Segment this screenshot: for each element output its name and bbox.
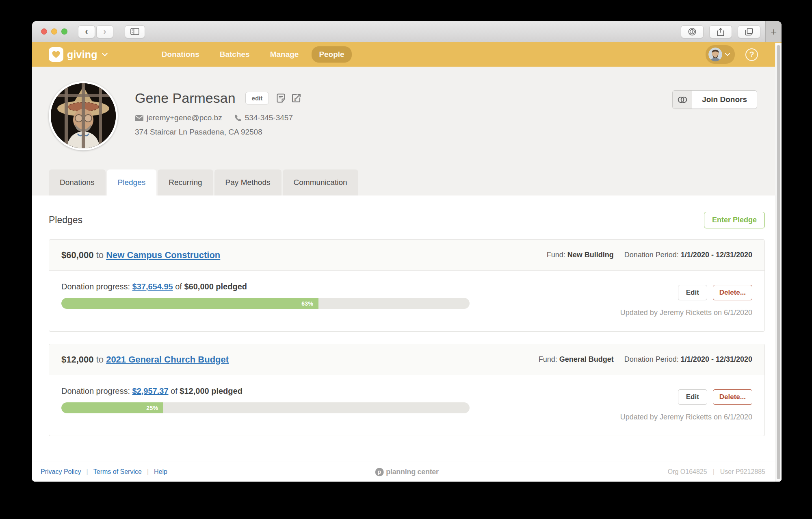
footer-links: Privacy Policy | Terms of Service | Help [41,468,167,476]
history-nav: ‹ › [78,25,113,38]
period-label: Donation Period: [624,251,679,259]
1password-icon [688,28,696,36]
window-controls [41,28,67,35]
svg-text:s: s [294,97,297,102]
close-window-button[interactable] [41,28,47,35]
envelope-icon [135,115,143,121]
profile-info: Gene Parmesan edit s [135,81,672,169]
period-pair: Donation Period: 1/1/2020 - 12/31/2020 [624,251,752,259]
name-row: Gene Parmesan edit s [135,90,672,106]
person-name: Gene Parmesan [135,90,236,106]
delete-pledge-button[interactable]: Delete... [713,389,752,405]
phone-value: 534-345-3457 [245,113,293,122]
tab-pledges[interactable]: Pledges [107,169,157,195]
new-tab-button[interactable]: + [765,21,782,42]
nav-item-people[interactable]: People [312,46,351,63]
brand-block[interactable]: giving [49,47,108,62]
address-line: 374 Staircar Ln Pasadena, CA 92508 [135,128,672,137]
minimize-window-button[interactable] [51,28,57,35]
nav-item-batches[interactable]: Batches [212,46,257,63]
note-icon[interactable] [276,93,286,103]
help-button[interactable]: ? [745,48,758,61]
open-in-services-icon[interactable]: s [292,93,301,103]
email-value[interactable]: jeremy+gene@pco.bz [147,113,222,122]
tab-donations[interactable]: Donations [49,169,106,195]
progress-percent-label: 63% [301,300,318,307]
pledge-summary: $12,000 to 2021 General Church Budget [61,354,229,365]
fund-value: General Budget [559,355,614,363]
profile-photo [49,81,118,150]
profile-section: Gene Parmesan edit s [32,67,782,169]
tab-recurring[interactable]: Recurring [158,169,213,195]
section-title: Pledges [49,215,82,226]
app-header: giving Donations Batches Manage People [32,42,782,67]
progress-bar-track: 25% [61,402,470,413]
pledge-card-header: $60,000 to New Campus Construction Fund:… [49,240,764,271]
scrollbar-track[interactable] [775,43,782,482]
edit-profile-button[interactable]: edit [245,92,269,104]
progress-text: Donation progress: $2,957.37 of $12,000 … [61,387,470,396]
planning-center-brand: p planning center [375,468,439,476]
plus-icon: + [771,26,777,38]
phone-item: 534-345-3457 [234,113,293,122]
pledge-card-body: Donation progress: $2,957.37 of $12,000 … [49,375,764,436]
actions-column: Edit Delete... Updated by Jeremy Rickett… [470,387,752,436]
forward-button[interactable]: › [96,25,113,38]
donated-amount-link[interactable]: $37,654.95 [132,282,173,291]
back-button[interactable]: ‹ [78,25,95,38]
help-link[interactable]: Help [154,468,167,476]
progress-label: Donation progress: [61,282,130,291]
zoom-window-button[interactable] [61,28,67,35]
pledge-card-body: Donation progress: $37,654.95 of $60,000… [49,271,764,331]
join-donors-button[interactable]: Join Donors [672,90,757,109]
account-menu[interactable] [706,45,735,64]
period-label: Donation Period: [624,355,679,363]
pledge-meta: Fund: New Building Donation Period: 1/1/… [547,251,752,259]
nav-item-donations[interactable]: Donations [154,46,207,63]
edit-pledge-button[interactable]: Edit [678,389,707,405]
tab-overview-button[interactable] [738,25,760,38]
campaign-link[interactable]: New Campus Construction [106,250,220,260]
sidebar-toggle-button[interactable] [125,25,145,38]
tab-pay-methods[interactable]: Pay Methods [214,169,281,195]
header-right: ? [706,45,758,64]
profile-tabs: Donations Pledges Recurring Pay Methods … [49,169,782,195]
password-extension-button[interactable] [681,25,704,38]
updated-by-text: Updated by Jeremy Ricketts on 6/1/2020 [620,413,752,421]
enter-pledge-button[interactable]: Enter Pledge [704,212,765,228]
progress-column: Donation progress: $37,654.95 of $60,000… [61,282,470,331]
donated-amount-link[interactable]: $2,957.37 [132,387,169,395]
of-word: of [171,387,178,395]
progress-bar-track: 63% [61,298,470,309]
profile-quick-icons: s [276,93,301,103]
tab-communication[interactable]: Communication [283,169,358,195]
pledged-amount: $12,000 pledged [180,387,243,395]
pledge-card-header: $12,000 to 2021 General Church Budget Fu… [49,344,764,375]
user-avatar-icon [708,48,722,61]
browser-titlebar: ‹ › [32,21,782,42]
planning-center-wordmark: planning center [386,468,439,476]
phone-icon [234,114,242,122]
pledge-card: $12,000 to 2021 General Church Budget Fu… [49,344,765,436]
progress-text: Donation progress: $37,654.95 of $60,000… [61,282,470,291]
brand-name: giving [67,49,97,61]
scrollbar-thumb[interactable] [777,45,780,479]
screen: ‹ › [0,0,812,519]
nav-item-manage[interactable]: Manage [263,46,306,63]
privacy-policy-link[interactable]: Privacy Policy [41,468,81,476]
pledged-amount: $60,000 pledged [184,282,247,291]
edit-pledge-button[interactable]: Edit [678,285,707,300]
terms-of-service-link[interactable]: Terms of Service [93,468,142,476]
campaign-link[interactable]: 2021 General Church Budget [106,354,229,365]
sidebar-icon [130,28,139,35]
period-pair: Donation Period: 1/1/2020 - 12/31/2020 [624,355,752,364]
share-button[interactable] [709,25,732,38]
share-icon [717,28,724,36]
to-word: to [96,250,104,260]
pledge-summary: $60,000 to New Campus Construction [61,250,220,261]
fund-value: New Building [567,251,614,259]
fund-pair: Fund: General Budget [539,355,614,364]
progress-bar-fill: 25% [61,402,163,413]
pledge-meta: Fund: General Budget Donation Period: 1/… [539,355,752,364]
delete-pledge-button[interactable]: Delete... [713,285,752,300]
